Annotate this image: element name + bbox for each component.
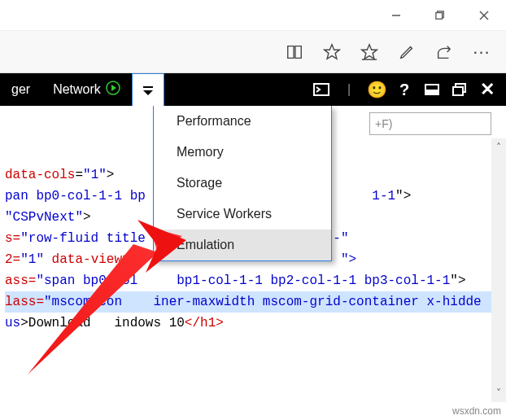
help-icon[interactable]: ? xyxy=(392,77,417,102)
minimize-button[interactable] xyxy=(374,0,418,31)
ellipsis-icon: ··· xyxy=(473,42,490,63)
svg-marker-6 xyxy=(362,44,377,58)
menu-item-memory[interactable]: Memory xyxy=(154,137,331,168)
menu-item-label: Service Workers xyxy=(177,207,272,221)
star-icon[interactable] xyxy=(314,34,350,70)
scroll-down-icon[interactable]: ˅ xyxy=(496,384,501,402)
menu-item-service-workers[interactable]: Service Workers xyxy=(154,199,331,230)
close-button[interactable] xyxy=(462,0,506,31)
svg-rect-14 xyxy=(425,90,438,94)
devtools-close-icon[interactable]: ✕ xyxy=(475,77,499,102)
feedback-icon[interactable]: 🙂 xyxy=(364,77,389,102)
tab-debugger-partial[interactable]: ger xyxy=(0,73,41,106)
window-titlebar xyxy=(0,0,506,31)
menu-item-performance[interactable]: Performance xyxy=(154,106,331,137)
svg-marker-5 xyxy=(325,44,339,58)
menu-item-label: Storage xyxy=(177,176,222,190)
menu-item-label: Emulation xyxy=(177,238,234,252)
pen-icon[interactable] xyxy=(389,34,425,70)
menu-item-label: Performance xyxy=(177,114,251,128)
svg-marker-9 xyxy=(111,85,116,91)
svg-rect-12 xyxy=(314,84,329,95)
browser-toolbar: ··· xyxy=(0,31,506,73)
menu-item-label: Memory xyxy=(177,145,224,159)
watermark: wsxdn.com xyxy=(452,405,501,417)
svg-rect-16 xyxy=(453,87,463,95)
divider: | xyxy=(337,77,361,102)
devtools-tabbar: ger Network | 🙂 ? ✕ xyxy=(0,73,506,106)
svg-rect-2 xyxy=(436,12,443,19)
tab-label: Network xyxy=(53,82,101,97)
undock-icon[interactable] xyxy=(447,77,472,102)
filter-placeholder-fragment: +F) xyxy=(375,117,392,130)
devtools-right-controls: | 🙂 ? ✕ xyxy=(309,77,506,102)
menu-item-storage[interactable]: Storage xyxy=(154,168,331,199)
console-toggle-icon[interactable] xyxy=(309,77,334,102)
more-tools-menu: Performance Memory Storage Service Worke… xyxy=(153,106,332,261)
highlighted-source-line: lass="mscom-con iner-maxwidth mscom-grid… xyxy=(5,291,506,313)
more-icon[interactable]: ··· xyxy=(464,34,499,70)
menu-item-emulation[interactable]: Emulation xyxy=(154,230,331,260)
play-icon xyxy=(106,81,120,98)
reading-view-icon[interactable] xyxy=(277,34,312,70)
vertical-scrollbar[interactable]: ˄ ˅ xyxy=(491,138,506,402)
code-attr: data-cols xyxy=(5,168,75,182)
tab-network[interactable]: Network xyxy=(41,73,132,106)
share-icon[interactable] xyxy=(426,34,462,70)
tab-label: ger xyxy=(11,82,30,97)
filter-input[interactable]: +F) xyxy=(369,112,491,135)
scroll-up-icon[interactable]: ˄ xyxy=(496,138,501,156)
favorites-list-icon[interactable] xyxy=(351,34,387,70)
restore-button[interactable] xyxy=(418,0,462,31)
more-tools-dropdown-button[interactable] xyxy=(132,73,164,106)
dock-bottom-icon[interactable] xyxy=(420,77,444,102)
svg-marker-11 xyxy=(143,90,153,95)
